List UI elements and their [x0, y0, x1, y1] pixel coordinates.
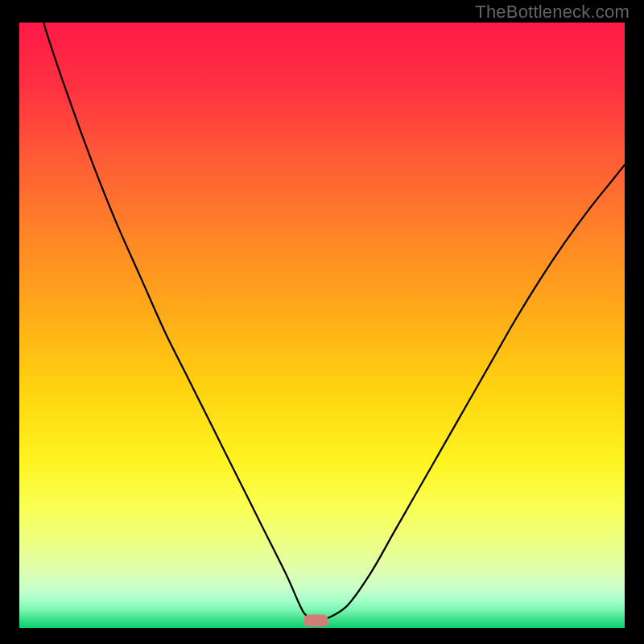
optimal-point-marker	[303, 614, 328, 626]
plot-area	[19, 23, 625, 628]
chart-frame: TheBottleneck.com	[0, 0, 644, 644]
chart-background	[19, 23, 625, 628]
bottleneck-chart-svg	[19, 23, 625, 628]
watermark-text: TheBottleneck.com	[475, 2, 630, 23]
